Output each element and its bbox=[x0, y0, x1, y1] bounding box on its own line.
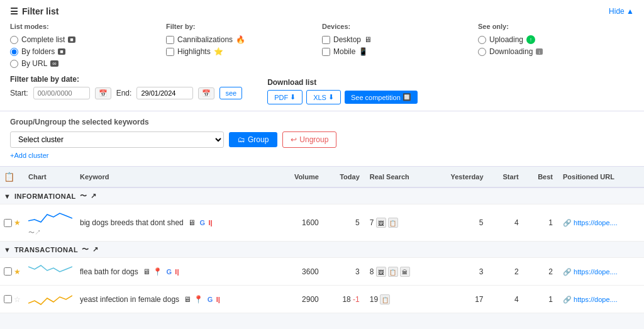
star-icon[interactable]: ☆ bbox=[14, 295, 21, 304]
highlights-option[interactable]: Highlights ⭐ bbox=[166, 47, 309, 56]
filter-panel: ☰ Filter list Hide ▲ List modes: Complet… bbox=[0, 0, 644, 313]
row-checkbox[interactable] bbox=[4, 219, 12, 227]
keyword-text: big dogs breeds that dont shed bbox=[80, 218, 184, 227]
by-url-option[interactable]: By URL ∞ bbox=[10, 59, 153, 68]
mini-chart-svg bbox=[28, 289, 72, 307]
row-checkbox[interactable] bbox=[4, 267, 12, 276]
mini-chart-svg bbox=[28, 262, 72, 279]
start-cell: 4 bbox=[490, 204, 525, 242]
keywords-table-container: 📋 Chart Keyword Volume Today Real Search… bbox=[0, 167, 644, 313]
group-button[interactable]: 🗂 Group bbox=[229, 132, 277, 147]
filter-title: Filter list bbox=[22, 6, 58, 16]
cannibalizations-option[interactable]: Cannibalizations 🔥 bbox=[166, 35, 309, 44]
mini-chart-svg bbox=[28, 208, 72, 226]
volume-cell: 2900 bbox=[278, 286, 325, 313]
col-yesterday: Yesterday bbox=[431, 167, 490, 187]
chart-cell: 〜↗ bbox=[25, 204, 76, 242]
star-icon[interactable]: ★ bbox=[14, 218, 21, 227]
keyword-text: flea bath for dogs bbox=[80, 267, 138, 276]
table-icon: 📋 bbox=[4, 172, 14, 182]
start-date-input[interactable] bbox=[33, 87, 90, 99]
desktop-icon: 🖥 bbox=[143, 267, 150, 276]
uploading-option[interactable]: Uploading ↑ bbox=[478, 35, 621, 44]
see-competition-button[interactable]: See competition 🔲 bbox=[345, 91, 418, 104]
today-cell: 18 -1 bbox=[325, 286, 366, 313]
best-cell: 2 bbox=[525, 258, 559, 286]
start-cell: 4 bbox=[490, 286, 525, 313]
xls-download-button[interactable]: XLS ⬇ bbox=[306, 90, 341, 104]
table-row: ☆ yeast infection in female dogs 🖥 📍 bbox=[0, 286, 644, 313]
group-ungroup-section: Group/Ungroup the selected keywords Sele… bbox=[0, 111, 644, 167]
cluster-select[interactable]: Select cluster bbox=[10, 131, 224, 148]
col-volume: Volume bbox=[278, 167, 325, 187]
col-start: Start bbox=[490, 167, 525, 187]
keyword-cell: yeast infection in female dogs 🖥 📍 G l| bbox=[76, 286, 278, 313]
hide-button[interactable]: Hide ▲ bbox=[609, 7, 634, 16]
col-checkbox: 📋 bbox=[0, 167, 25, 187]
yesterday-cell: 3 bbox=[431, 258, 490, 286]
pdf-download-button[interactable]: PDF ⬇ bbox=[267, 90, 303, 104]
real-search-icon3: 🏛 bbox=[400, 267, 410, 277]
complete-list-option[interactable]: Complete list ■ bbox=[10, 35, 153, 44]
url-link[interactable]: 🔗 https://dope.... bbox=[563, 268, 618, 276]
url-link[interactable]: 🔗 https://dope.... bbox=[563, 219, 618, 226]
url-link[interactable]: 🔗 https://dope.... bbox=[563, 296, 618, 303]
see-button[interactable]: see bbox=[219, 87, 242, 99]
url-cell[interactable]: 🔗 https://dope.... bbox=[559, 204, 644, 242]
table-header-row: 📋 Chart Keyword Volume Today Real Search… bbox=[0, 167, 644, 187]
col-chart: Chart bbox=[25, 167, 76, 187]
row-checkbox-cell[interactable]: ★ bbox=[0, 204, 25, 242]
ungroup-button[interactable]: ↩ Ungroup bbox=[282, 131, 336, 148]
real-search-icon2: 📋 bbox=[388, 218, 398, 228]
end-date-input[interactable] bbox=[136, 87, 193, 99]
pin-icon: 📍 bbox=[153, 267, 162, 276]
url-cell[interactable]: 🔗 https://dope.... bbox=[559, 258, 644, 286]
end-calendar-button[interactable]: 📅 bbox=[198, 87, 214, 99]
row-checkbox-cell[interactable]: ★ bbox=[0, 258, 25, 286]
col-today: Today bbox=[325, 167, 366, 187]
filter-icon: ☰ Filter list bbox=[10, 6, 58, 16]
row-checkbox-cell[interactable]: ☆ bbox=[0, 286, 25, 313]
filter-by-section: Filter by: Cannibalizations 🔥 Highlights… bbox=[166, 23, 322, 71]
keywords-table: 📋 Chart Keyword Volume Today Real Search… bbox=[0, 167, 644, 313]
list-modes-label: List modes: bbox=[10, 23, 153, 30]
keyword-cell: flea bath for dogs 🖥 📍 G l| bbox=[76, 258, 278, 286]
download-label: Download list bbox=[267, 78, 418, 87]
row-checkbox[interactable] bbox=[4, 295, 12, 303]
start-label: Start: bbox=[10, 89, 28, 98]
see-only-label: See only: bbox=[478, 23, 621, 30]
today-cell: 5 bbox=[325, 204, 366, 242]
yesterday-cell: 5 bbox=[431, 204, 490, 242]
desktop-option[interactable]: Desktop 🖥 bbox=[322, 35, 465, 44]
keyword-text: yeast infection in female dogs bbox=[80, 295, 179, 304]
yesterday-cell: 17 bbox=[431, 286, 490, 313]
real-search-icon1: 📋 bbox=[380, 294, 390, 304]
real-search-icon1: 🖼 bbox=[376, 267, 386, 277]
add-cluster-link[interactable]: +Add cluster bbox=[10, 152, 48, 159]
col-positioned-url: Positioned URL bbox=[559, 167, 644, 187]
by-folders-option[interactable]: By folders ■ bbox=[10, 47, 153, 56]
best-cell: 1 bbox=[525, 204, 559, 242]
real-search-cell: 19 📋 bbox=[366, 286, 431, 313]
real-search-icon2: 📋 bbox=[388, 267, 398, 277]
group-ungroup-title: Group/Ungroup the selected keywords bbox=[10, 118, 634, 126]
table-row: ★ flea bath for dogs 🖥 📍 bbox=[0, 258, 644, 286]
brand-badge: l| bbox=[175, 268, 179, 276]
start-calendar-button[interactable]: 📅 bbox=[95, 87, 111, 99]
download-section: Download list PDF ⬇ XLS ⬇ See competitio… bbox=[267, 78, 418, 104]
mobile-option[interactable]: Mobile 📱 bbox=[322, 47, 465, 56]
star-icon[interactable]: ★ bbox=[14, 267, 21, 276]
devices-section: Devices: Desktop 🖥 Mobile 📱 bbox=[322, 23, 478, 71]
real-search-icon1: 🖼 bbox=[376, 218, 386, 228]
downloading-option[interactable]: Downloading ↓ bbox=[478, 47, 621, 56]
today-cell: 3 bbox=[325, 258, 366, 286]
filter-by-label: Filter by: bbox=[166, 23, 309, 30]
volume-cell: 1600 bbox=[278, 204, 325, 242]
desktop-icon: 🖥 bbox=[184, 295, 191, 304]
url-cell[interactable]: 🔗 https://dope.... bbox=[559, 286, 644, 313]
date-filter-label: Filter table by date: bbox=[10, 75, 242, 84]
list-modes-section: List modes: Complete list ■ By folders ■… bbox=[10, 23, 166, 71]
end-label: End: bbox=[116, 89, 132, 98]
col-best: Best bbox=[525, 167, 559, 187]
volume-cell: 3600 bbox=[278, 258, 325, 286]
